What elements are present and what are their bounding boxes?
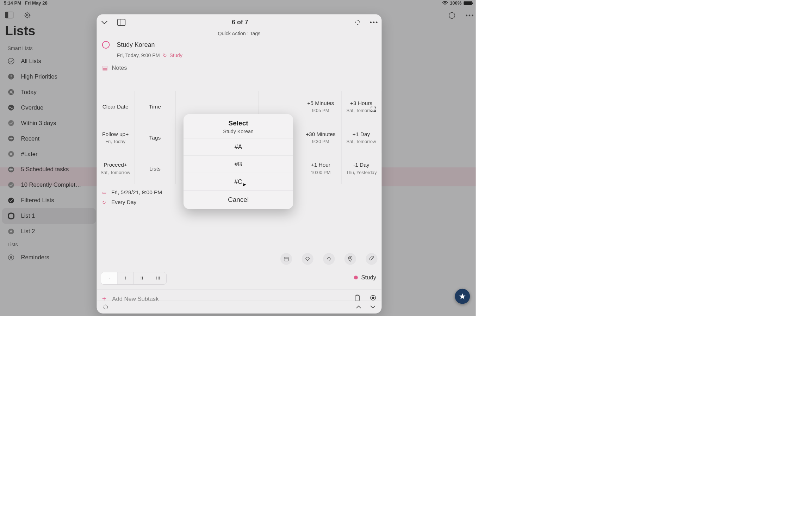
grid-proceed[interactable]: Proceed+Sat, Tomorrow: [97, 153, 134, 184]
task-meta-list: Study: [169, 52, 182, 58]
more-icon[interactable]: [370, 21, 377, 23]
popup-subtitle: Study Korean: [188, 129, 289, 135]
list-badge[interactable]: Study: [354, 274, 376, 281]
priority-none[interactable]: ·: [101, 272, 117, 284]
task-title[interactable]: Study Korean: [117, 41, 155, 48]
quick-action-label: Quick Action : Tags: [97, 31, 381, 41]
grid-plus-1h[interactable]: +1 Hour10:00 PM: [300, 153, 342, 184]
priority-med[interactable]: !!: [134, 272, 150, 284]
sync-icon[interactable]: [103, 304, 109, 310]
task-meta-date: Fri, Today, 9:00 PM: [117, 52, 160, 58]
svg-point-51: [372, 297, 374, 299]
full-date-text: Fri, 5/28/21, 9:00 PM: [111, 189, 162, 196]
grid-tags[interactable]: Tags: [134, 122, 176, 153]
priority-segmented[interactable]: · ! !! !!!: [101, 272, 167, 285]
list-badge-label: Study: [361, 274, 376, 281]
repeat-text: Every Day: [111, 199, 136, 205]
popup-item-c[interactable]: #C: [184, 173, 293, 190]
grid-plus-1d[interactable]: +1 DaySat, Tomorrow: [341, 122, 381, 153]
notes-icon: ▤: [102, 64, 107, 72]
svg-rect-45: [284, 257, 288, 261]
task-meta: Fri, Today, 9:00 PM ↻ Study: [97, 50, 381, 62]
calendar-icon: ▭: [102, 190, 107, 195]
target-icon[interactable]: [354, 19, 361, 26]
popup-item-b[interactable]: #B: [184, 155, 293, 173]
notes-label: Notes: [112, 64, 127, 71]
popup-title: Select: [188, 119, 289, 129]
svg-point-44: [355, 20, 360, 25]
svg-rect-42: [117, 19, 125, 26]
attachment-button[interactable]: [366, 253, 377, 265]
priority-low[interactable]: !: [117, 272, 134, 284]
location-button[interactable]: [344, 253, 356, 265]
select-popup: Select Study Korean #A #B #C Cancel: [184, 114, 293, 209]
repeat-button[interactable]: [323, 253, 335, 265]
calendar-button[interactable]: [280, 253, 292, 265]
alert-button[interactable]: [302, 253, 313, 265]
popup-cancel[interactable]: Cancel: [184, 190, 293, 209]
notes-field[interactable]: ▤ Notes: [97, 62, 381, 74]
grid-plus-5m[interactable]: +5 Minutes9:05 PM: [300, 91, 342, 122]
grid-time[interactable]: Time: [134, 91, 176, 122]
layout-icon[interactable]: [117, 19, 126, 26]
popup-item-a[interactable]: #A: [184, 138, 293, 155]
grid-minus-1d[interactable]: -1 DayThu, Yesterday: [341, 153, 381, 184]
svg-point-52: [104, 305, 108, 309]
chevron-up-icon[interactable]: [356, 305, 362, 309]
panel-counter: 6 of 7: [135, 19, 346, 26]
priority-high[interactable]: !!!: [150, 272, 166, 284]
task-checkbox[interactable]: [102, 41, 110, 48]
grid-followup[interactable]: Follow up+Fri, Today: [97, 122, 134, 153]
list-color-dot: [354, 276, 358, 279]
grid-lists[interactable]: Lists: [134, 153, 176, 184]
chevron-down-icon[interactable]: [370, 305, 376, 309]
grid-plus-30m[interactable]: +30 Minutes9:30 PM: [300, 122, 342, 153]
grid-clear-date[interactable]: Clear Date: [97, 91, 134, 122]
repeat-icon: ↻: [163, 52, 167, 58]
repeat-icon: ↻: [102, 199, 107, 205]
expand-icon[interactable]: [370, 106, 376, 112]
svg-point-47: [350, 258, 351, 259]
chevron-down-icon[interactable]: [101, 20, 108, 25]
fab-star-button[interactable]: [455, 289, 470, 304]
